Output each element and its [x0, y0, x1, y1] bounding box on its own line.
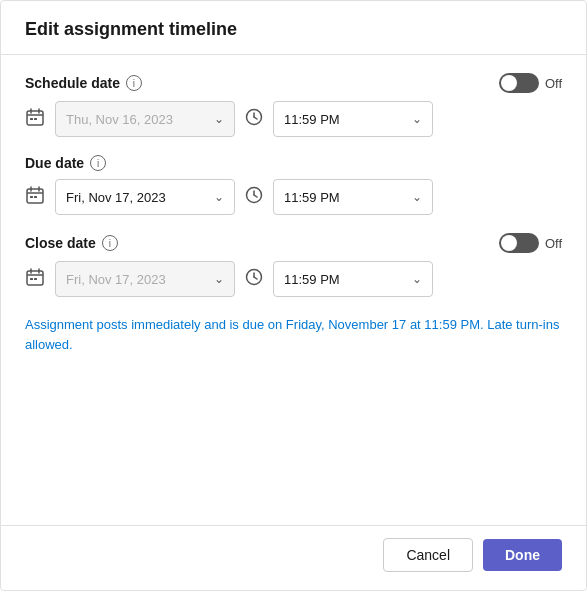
due-date-section: Due date i Fri, Nov 17, 2023 — [25, 155, 562, 215]
schedule-date-value: Thu, Nov 16, 2023 — [66, 112, 208, 127]
schedule-date-time-value: 11:59 PM — [284, 112, 406, 127]
svg-line-26 — [254, 277, 257, 279]
schedule-date-label-group: Schedule date i — [25, 75, 142, 91]
dialog-header: Edit assignment timeline — [1, 1, 586, 55]
close-date-header: Close date i Off — [25, 233, 562, 253]
svg-line-17 — [254, 195, 257, 197]
schedule-date-chevron-icon: ⌄ — [214, 112, 224, 126]
close-date-time-picker[interactable]: 11:59 PM ⌄ — [273, 261, 433, 297]
close-date-chevron-icon: ⌄ — [214, 272, 224, 286]
close-date-label-group: Close date i — [25, 235, 118, 251]
cancel-button[interactable]: Cancel — [383, 538, 473, 572]
dialog-footer: Cancel Done — [1, 525, 586, 590]
schedule-date-calendar-icon — [25, 107, 45, 132]
close-date-toggle-group: Off — [499, 233, 562, 253]
dialog-title: Edit assignment timeline — [25, 19, 237, 39]
due-date-picker[interactable]: Fri, Nov 17, 2023 ⌄ — [55, 179, 235, 215]
due-date-chevron-icon: ⌄ — [214, 190, 224, 204]
due-date-clock-icon — [245, 186, 263, 208]
done-button[interactable]: Done — [483, 539, 562, 571]
close-date-toggle-label: Off — [545, 236, 562, 251]
due-date-info-icon[interactable]: i — [90, 155, 106, 171]
schedule-date-label: Schedule date — [25, 75, 120, 91]
schedule-date-header: Schedule date i Off — [25, 73, 562, 93]
svg-rect-14 — [34, 196, 37, 198]
due-date-field-row: Fri, Nov 17, 2023 ⌄ 11:59 PM ⌄ — [25, 179, 562, 215]
schedule-date-time-chevron-icon: ⌄ — [412, 112, 422, 126]
close-date-clock-icon — [245, 268, 263, 290]
schedule-date-clock-icon — [245, 108, 263, 130]
due-date-label: Due date — [25, 155, 84, 171]
schedule-date-toggle-group: Off — [499, 73, 562, 93]
schedule-date-picker[interactable]: Thu, Nov 16, 2023 ⌄ — [55, 101, 235, 137]
svg-rect-23 — [34, 278, 37, 280]
close-date-value: Fri, Nov 17, 2023 — [66, 272, 208, 287]
edit-assignment-dialog: Edit assignment timeline Schedule date i… — [0, 0, 587, 591]
schedule-date-time-picker[interactable]: 11:59 PM ⌄ — [273, 101, 433, 137]
due-date-time-picker[interactable]: 11:59 PM ⌄ — [273, 179, 433, 215]
svg-rect-22 — [30, 278, 33, 280]
close-date-section: Close date i Off — [25, 233, 562, 297]
svg-line-8 — [254, 117, 257, 119]
close-date-toggle-knob — [501, 235, 517, 251]
svg-rect-4 — [30, 118, 33, 120]
close-date-time-chevron-icon: ⌄ — [412, 272, 422, 286]
schedule-date-toggle[interactable] — [499, 73, 539, 93]
schedule-date-toggle-label: Off — [545, 76, 562, 91]
due-date-value: Fri, Nov 17, 2023 — [66, 190, 208, 205]
svg-rect-13 — [30, 196, 33, 198]
schedule-date-info-icon[interactable]: i — [126, 75, 142, 91]
close-date-time-value: 11:59 PM — [284, 272, 406, 287]
schedule-date-section: Schedule date i Off — [25, 73, 562, 137]
assignment-info-text: Assignment posts immediately and is due … — [25, 315, 562, 354]
close-date-info-icon[interactable]: i — [102, 235, 118, 251]
close-date-label: Close date — [25, 235, 96, 251]
close-date-field-row: Fri, Nov 17, 2023 ⌄ 11:59 PM ⌄ — [25, 261, 562, 297]
due-date-time-chevron-icon: ⌄ — [412, 190, 422, 204]
due-date-time-value: 11:59 PM — [284, 190, 406, 205]
close-date-picker[interactable]: Fri, Nov 17, 2023 ⌄ — [55, 261, 235, 297]
close-date-calendar-icon — [25, 267, 45, 292]
schedule-date-toggle-knob — [501, 75, 517, 91]
due-date-header: Due date i — [25, 155, 562, 171]
svg-rect-5 — [34, 118, 37, 120]
due-date-label-group: Due date i — [25, 155, 106, 171]
dialog-body: Schedule date i Off — [1, 55, 586, 525]
due-date-calendar-icon — [25, 185, 45, 210]
close-date-toggle[interactable] — [499, 233, 539, 253]
schedule-date-field-row: Thu, Nov 16, 2023 ⌄ 11:59 PM ⌄ — [25, 101, 562, 137]
